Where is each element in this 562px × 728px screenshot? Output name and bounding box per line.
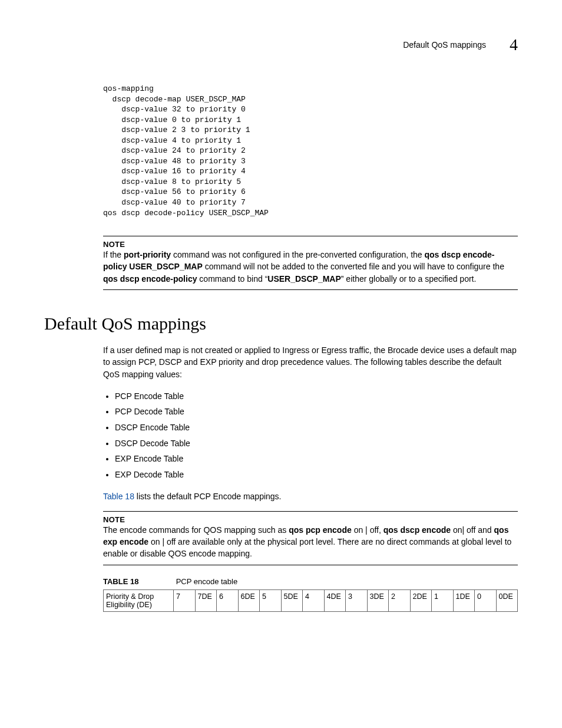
cell: 6 [217,589,239,611]
cmd: USER_DSCP_MAP [267,274,340,284]
text: command will not be added to the convert… [203,262,504,271]
cell: 7DE [195,589,217,611]
cell: 0DE [496,589,518,611]
cell: 5 [260,589,282,611]
table-caption: TABLE 18 PCP encode table [103,577,518,586]
cell: 5DE [281,589,303,611]
note-body: The encode commands for QOS mapping such… [103,524,518,560]
table-ref-line: Table 18 lists the default PCP Encode ma… [103,490,518,502]
note-block-1: NOTE If the port-priority command was no… [103,236,518,290]
text: The encode commands for QOS mapping such… [103,525,289,535]
cell: 3DE [367,589,389,611]
code-block: qos-mapping dscp decode-map USER_DSCP_MA… [103,84,518,218]
cmd: qos dscp encode-policy [103,274,197,284]
cell: 4DE [324,589,346,611]
text: ” either globally or to a specified port… [341,274,477,284]
text: lists the default PCP Encode mappings. [134,492,282,501]
text: If the [103,250,124,259]
section-heading: Default QoS mappings [44,314,518,334]
row-header: Priority & Drop Eligibility (DE) [104,589,174,611]
text: on| off and [451,525,494,535]
table-row: Priority & Drop Eligibility (DE) 7 7DE 6… [104,589,518,611]
note-block-2: NOTE The encode commands for QOS mapping… [103,511,518,565]
page-header: Default QoS mappings 4 [44,35,518,54]
text: command to bind “ [197,274,267,284]
cell: 2 [389,589,411,611]
table-caption-label: TABLE 18 [103,577,174,586]
list-item: EXP Encode Table [115,451,518,467]
text: on | off are available only at the physi… [103,537,511,558]
cell: 7 [174,589,196,611]
divider [103,236,518,236]
pcp-encode-table: Priority & Drop Eligibility (DE) 7 7DE 6… [103,589,518,612]
divider [103,289,518,290]
cell: 6DE [238,589,260,611]
cell: 2DE [410,589,432,611]
cell: 1 [432,589,454,611]
note-body: If the port-priority command was not con… [103,249,518,285]
list-item: PCP Encode Table [115,388,518,404]
bullet-list: PCP Encode Table PCP Decode Table DSCP E… [103,388,518,483]
chapter-number: 4 [510,35,518,54]
cmd: qos dscp encode [384,525,451,535]
cell: 0 [475,589,497,611]
cell: 4 [303,589,325,611]
list-item: DSCP Encode Table [115,420,518,436]
cell: 1DE [453,589,475,611]
list-item: DSCP Decode Table [115,436,518,452]
note-label: NOTE [103,240,518,249]
cmd: qos pcp encode [289,525,352,535]
cmd: port-priority [124,250,171,259]
intro-paragraph: If a user defined map is not created or … [103,344,518,380]
text: command was not configured in the pre-co… [171,250,424,259]
running-title: Default QoS mappings [403,40,486,50]
note-label: NOTE [103,515,518,524]
divider [103,565,518,565]
table-caption-title: PCP encode table [176,577,238,586]
cell: 3 [346,589,368,611]
table-xref-link[interactable]: Table 18 [103,492,134,501]
list-item: EXP Decode Table [115,467,518,483]
text: on | off, [352,525,384,535]
list-item: PCP Decode Table [115,404,518,420]
divider [103,511,518,512]
